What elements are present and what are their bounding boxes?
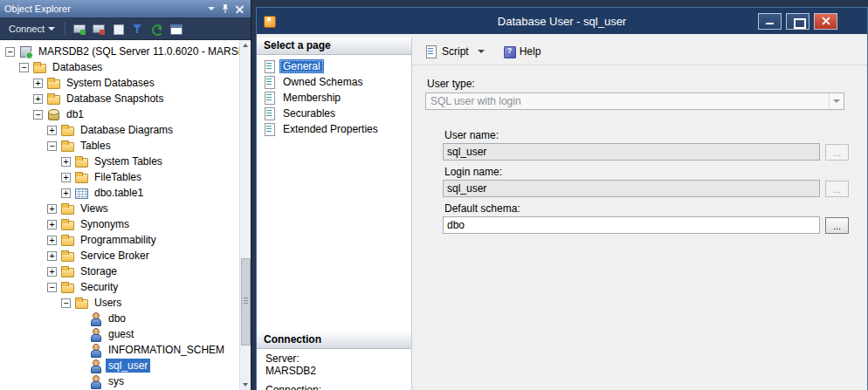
tree-item-dbo[interactable]: dbo	[0, 311, 238, 326]
tree-item-database-snapshots[interactable]: +Database Snapshots	[0, 91, 238, 106]
user-icon	[88, 374, 102, 388]
tree-item-system-tables[interactable]: +System Tables	[0, 154, 238, 169]
collapse-icon[interactable]: −	[47, 141, 57, 151]
database-icon	[46, 107, 60, 121]
tree-item-programmability[interactable]: +Programmability	[0, 232, 238, 248]
script-button[interactable]: Script	[421, 42, 472, 61]
server-connect-button[interactable]	[71, 20, 88, 38]
folder-icon	[46, 76, 60, 90]
page-item-owned-schemas[interactable]: Owned Schemas	[262, 74, 411, 90]
properties-page-icon	[262, 91, 276, 105]
user-icon	[88, 359, 102, 373]
expand-icon[interactable]: +	[47, 204, 57, 214]
login-name-browse-button[interactable]: ...	[825, 181, 849, 197]
collapse-icon[interactable]: −	[33, 110, 43, 120]
connect-button[interactable]: Connect	[4, 22, 59, 36]
expand-icon[interactable]: +	[61, 188, 71, 198]
expand-icon[interactable]: +	[61, 157, 71, 167]
expand-icon[interactable]: +	[47, 236, 57, 245]
page-item-label: General	[279, 59, 324, 73]
server-connect-icon	[72, 22, 86, 36]
server-label: Server:	[265, 352, 403, 365]
default-schema-input[interactable]	[443, 216, 820, 234]
tree-item-views[interactable]: +Views	[0, 201, 238, 216]
expand-icon[interactable]: +	[33, 79, 43, 88]
tree-item-marsdb2-sql-server-11-0-6020-marsd[interactable]: −MARSDB2 (SQL Server 11.0.6020 - MARSD	[0, 44, 238, 59]
user-type-combobox[interactable]: SQL user with login	[425, 92, 844, 110]
folder-icon	[60, 202, 74, 216]
page-item-securables[interactable]: Securables	[262, 106, 411, 121]
expand-icon[interactable]: +	[47, 220, 57, 229]
tree-item-databases[interactable]: −Databases	[0, 59, 238, 75]
tree-item-label: Storage	[78, 264, 120, 278]
folder-icon	[74, 170, 88, 184]
connection-label: Connection:	[265, 384, 403, 390]
stop-button[interactable]	[109, 20, 127, 38]
chevron-down-icon	[48, 27, 55, 31]
user-type-value: SQL user with login	[426, 95, 829, 107]
scrollbar-thumb[interactable]	[241, 258, 251, 346]
close-button[interactable]	[814, 13, 837, 30]
tree-item-synonyms[interactable]: +Synonyms	[0, 216, 238, 232]
object-explorer-titlebar[interactable]: Object Explorer	[0, 0, 251, 17]
scrollbar-down-icon[interactable]	[240, 379, 251, 390]
tree-item-sys[interactable]: sys	[0, 373, 238, 389]
expand-icon[interactable]: +	[47, 267, 57, 277]
server-disconnect-icon	[92, 22, 106, 36]
user-icon	[88, 311, 102, 325]
folder-icon	[46, 92, 60, 106]
panel-close-button[interactable]	[232, 3, 246, 15]
combo-dropdown-button[interactable]	[829, 93, 844, 109]
help-button[interactable]: Help	[499, 42, 545, 61]
expand-icon[interactable]: +	[47, 251, 57, 261]
tree-item-tables[interactable]: −Tables	[0, 138, 238, 154]
server-disconnect-button[interactable]	[90, 20, 107, 38]
refresh-icon	[149, 22, 163, 36]
minimize-button[interactable]	[758, 13, 782, 30]
expand-icon[interactable]: +	[33, 94, 43, 104]
tree-item-service-broker[interactable]: +Service Broker	[0, 248, 238, 263]
tree-item-dbo-table1[interactable]: +dbo.table1	[0, 185, 238, 201]
login-name-input[interactable]	[443, 180, 820, 197]
tree-item-security[interactable]: −Security	[0, 279, 238, 295]
properties-window-button[interactable]	[167, 20, 184, 38]
expand-icon[interactable]: +	[47, 126, 57, 135]
maximize-button[interactable]	[786, 13, 809, 30]
window-position-button[interactable]	[204, 3, 218, 15]
dialog-titlebar[interactable]: Database User - sql_user	[257, 8, 867, 34]
tree-item-filetables[interactable]: +FileTables	[0, 169, 238, 185]
script-dropdown-button[interactable]	[472, 41, 490, 62]
default-schema-browse-button[interactable]: ...	[825, 217, 849, 234]
tree-item-system-databases[interactable]: +System Databases	[0, 75, 238, 91]
tree-scrollbar[interactable]	[239, 40, 251, 390]
expand-icon[interactable]: +	[61, 173, 71, 182]
refresh-button[interactable]	[148, 20, 165, 38]
page-item-label: Securables	[279, 106, 339, 120]
tree-item-users[interactable]: −Users	[0, 295, 238, 311]
scrollbar-up-icon[interactable]	[240, 40, 251, 51]
collapse-icon[interactable]: −	[47, 283, 57, 292]
tree-item-database-diagrams[interactable]: +Database Diagrams	[0, 122, 238, 138]
filter-button[interactable]	[128, 20, 146, 38]
tree-item-db1[interactable]: −db1	[0, 106, 238, 122]
help-icon	[502, 44, 516, 58]
tree-item-sql-user[interactable]: sql_user	[0, 358, 238, 373]
tree-item-label: Programmability	[78, 233, 159, 247]
server-icon	[18, 44, 32, 58]
folder-icon	[60, 264, 74, 278]
tree-item-label: Views	[78, 202, 111, 216]
collapse-icon[interactable]: −	[5, 47, 15, 57]
dialog-toolbar: Script Help	[412, 38, 867, 65]
tree-item-information-schem[interactable]: INFORMATION_SCHEM	[0, 342, 238, 358]
collapse-icon[interactable]: −	[61, 298, 71, 308]
user-type-label: User type:	[427, 78, 475, 90]
pin-button[interactable]	[218, 3, 232, 15]
page-item-extended-properties[interactable]: Extended Properties	[262, 121, 411, 137]
user-name-input[interactable]	[443, 143, 820, 161]
tree-item-storage[interactable]: +Storage	[0, 263, 238, 279]
page-item-general[interactable]: General	[262, 58, 411, 74]
tree-item-guest[interactable]: guest	[0, 326, 238, 342]
user-name-browse-button[interactable]: ...	[825, 144, 849, 161]
collapse-icon[interactable]: −	[19, 63, 29, 72]
page-item-membership[interactable]: Membership	[262, 90, 411, 106]
